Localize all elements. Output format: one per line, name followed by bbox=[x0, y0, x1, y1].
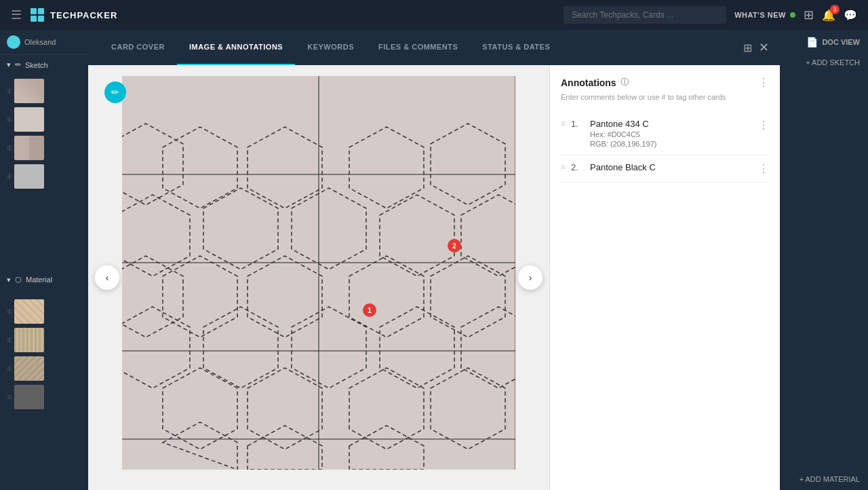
whats-new-dot bbox=[790, 12, 795, 18]
materials-section-header[interactable]: ▾ ⬡ Material bbox=[0, 270, 88, 290]
material-thumb-4 bbox=[14, 385, 44, 409]
sketch-section-header[interactable]: ▾ ✏ Sketch bbox=[0, 55, 88, 75]
logo: TECHPACKER bbox=[30, 7, 117, 22]
menu-icon[interactable]: ☰ bbox=[11, 7, 22, 22]
notification-badge: 3 bbox=[830, 5, 840, 14]
annotations-menu-icon[interactable]: ⋮ bbox=[758, 76, 769, 89]
sketch-label: Sketch bbox=[25, 61, 48, 69]
drag-handle-icon: ≡ bbox=[561, 119, 566, 128]
annotation-number-2: 2. bbox=[571, 162, 585, 172]
image-viewer: ✏ ‹ bbox=[88, 65, 549, 490]
hex-pattern: 1 2 bbox=[122, 76, 515, 470]
material-item-3[interactable]: ≡ bbox=[4, 355, 84, 382]
sidebar-user: Oleksand bbox=[0, 30, 88, 55]
sketch-thumb-3 bbox=[14, 136, 44, 160]
annotation-number-1: 1. bbox=[571, 119, 585, 129]
annotations-header: Annotations ⓘ ⋮ bbox=[561, 76, 769, 89]
logo-icon bbox=[30, 7, 45, 22]
drag-handle: ≡ bbox=[7, 86, 12, 96]
annotation-content-2: Pantone Black C bbox=[590, 162, 753, 172]
material-item-4[interactable]: ≡ bbox=[4, 383, 84, 411]
sketch-item-4[interactable]: ≡ bbox=[4, 163, 84, 190]
annotations-title: Annotations ⓘ bbox=[561, 77, 629, 88]
material-thumb-3 bbox=[14, 356, 44, 381]
annotations-subtitle: Enter comments below or use # to tag oth… bbox=[561, 93, 769, 101]
whats-new-label: WHAT'S NEW bbox=[734, 11, 786, 19]
annotation-name-1: Pantone 434 C bbox=[590, 119, 753, 129]
tab-bar: CARD COVER IMAGE & ANNOTATIONS KEYWORDS … bbox=[88, 30, 780, 65]
cube-icon: ⬡ bbox=[15, 276, 22, 284]
sketch-item-3[interactable]: ≡ bbox=[4, 134, 84, 162]
add-sketch-button[interactable]: + ADD SKETCH bbox=[806, 58, 860, 67]
sketch-thumb-1 bbox=[14, 79, 44, 103]
drag-handle-icon-2: ≡ bbox=[561, 162, 566, 172]
add-sketch-label: + ADD SKETCH bbox=[806, 58, 860, 67]
annotation-item-2: ≡ 2. Pantone Black C ⋮ bbox=[561, 155, 769, 183]
search-input[interactable] bbox=[564, 6, 726, 24]
chevron-down-icon: ▾ bbox=[7, 60, 11, 69]
material-item-2[interactable]: ≡ bbox=[4, 326, 84, 354]
drag-handle: ≡ bbox=[7, 364, 12, 373]
message-icon[interactable]: 💬 bbox=[844, 9, 857, 22]
sketch-pencil-icon: ✏ bbox=[15, 60, 21, 69]
nav-arrow-left[interactable]: ‹ bbox=[95, 265, 119, 290]
annotation-item-1: ≡ 1. Pantone 434 C Hex: #D0C4C5 RGB: (20… bbox=[561, 112, 769, 155]
main-layout: Oleksand ▾ ✏ Sketch ≡ ≡ ≡ ≡ bbox=[0, 30, 868, 490]
user-avatar bbox=[7, 35, 20, 49]
sketch-item-1[interactable]: ≡ bbox=[4, 77, 84, 105]
annotation-name-2: Pantone Black C bbox=[590, 162, 753, 172]
annotation-rgb-1: RGB: (208,196,197) bbox=[590, 140, 753, 148]
user-name: Oleksand bbox=[24, 38, 56, 46]
sketch-thumb-2 bbox=[14, 107, 44, 132]
material-items: ≡ ≡ ≡ ≡ bbox=[0, 295, 88, 491]
material-item-1[interactable]: ≡ bbox=[4, 298, 84, 325]
annotation-content-1: Pantone 434 C Hex: #D0C4C5 RGB: (208,196… bbox=[590, 119, 753, 148]
right-sidebar: 📄 DOC VIEW + ADD SKETCH + ADD MATERIAL bbox=[780, 30, 868, 490]
top-bar: ☰ TECHPACKER WHAT'S NEW ⊞ 🔔 3 💬 bbox=[0, 0, 868, 30]
nav-arrow-right[interactable]: › bbox=[518, 265, 542, 290]
add-material-button[interactable]: + ADD MATERIAL bbox=[800, 475, 860, 483]
top-bar-icons: ⊞ 🔔 3 💬 bbox=[804, 7, 857, 22]
tab-image-annotations[interactable]: IMAGE & ANNOTATIONS bbox=[177, 30, 295, 65]
grid-view-icon[interactable]: ⊞ bbox=[743, 41, 752, 54]
annotations-title-text: Annotations bbox=[561, 77, 616, 88]
image-annotations-area: ✏ ‹ bbox=[88, 65, 780, 490]
drag-handle: ≡ bbox=[7, 115, 12, 124]
tab-bar-actions: ⊞ ✕ bbox=[743, 40, 769, 55]
chevron-down-icon-2: ▾ bbox=[7, 276, 11, 284]
grid-icon[interactable]: ⊞ bbox=[804, 7, 814, 22]
drag-handle: ≡ bbox=[7, 335, 12, 345]
doc-view-label: DOC VIEW bbox=[822, 38, 860, 46]
svg-text:1: 1 bbox=[368, 307, 372, 314]
material-thumb-1 bbox=[14, 299, 44, 324]
pencil-icon: ✏ bbox=[111, 87, 119, 98]
content-area: CARD COVER IMAGE & ANNOTATIONS KEYWORDS … bbox=[88, 30, 780, 490]
tab-status-dates[interactable]: STATUS & DATES bbox=[470, 30, 562, 65]
tab-card-cover[interactable]: CARD COVER bbox=[99, 30, 177, 65]
tab-keywords[interactable]: KEYWORDS bbox=[295, 30, 366, 65]
tab-files-comments[interactable]: FILES & COMMENTS bbox=[366, 30, 470, 65]
edit-button[interactable]: ✏ bbox=[104, 81, 126, 103]
annotations-panel: Annotations ⓘ ⋮ Enter comments below or … bbox=[549, 65, 780, 490]
annotation-menu-icon-1[interactable]: ⋮ bbox=[758, 119, 769, 132]
app-name: TECHPACKER bbox=[50, 10, 117, 20]
sketch-thumb-4 bbox=[14, 164, 44, 189]
drag-handle: ≡ bbox=[7, 172, 12, 181]
close-icon[interactable]: ✕ bbox=[759, 40, 769, 55]
svg-rect-2 bbox=[31, 16, 37, 22]
annotation-menu-icon-2[interactable]: ⋮ bbox=[758, 162, 769, 175]
whats-new-button[interactable]: WHAT'S NEW bbox=[734, 11, 795, 19]
image-canvas: 1 2 bbox=[122, 76, 515, 470]
annotation-hex-1: Hex: #D0C4C5 bbox=[590, 130, 753, 138]
doc-view-button[interactable]: 📄 DOC VIEW bbox=[806, 37, 860, 48]
svg-text:2: 2 bbox=[452, 242, 456, 250]
material-thumb-2 bbox=[14, 328, 44, 352]
doc-view-icon: 📄 bbox=[806, 37, 818, 48]
sketch-item-2[interactable]: ≡ bbox=[4, 106, 84, 133]
svg-rect-3 bbox=[38, 16, 44, 22]
left-sidebar: Oleksand ▾ ✏ Sketch ≡ ≡ ≡ ≡ bbox=[0, 30, 88, 490]
svg-rect-1 bbox=[38, 8, 44, 14]
svg-rect-0 bbox=[31, 8, 37, 14]
drag-handle: ≡ bbox=[7, 307, 12, 316]
notification-icon[interactable]: 🔔 3 bbox=[822, 9, 835, 22]
